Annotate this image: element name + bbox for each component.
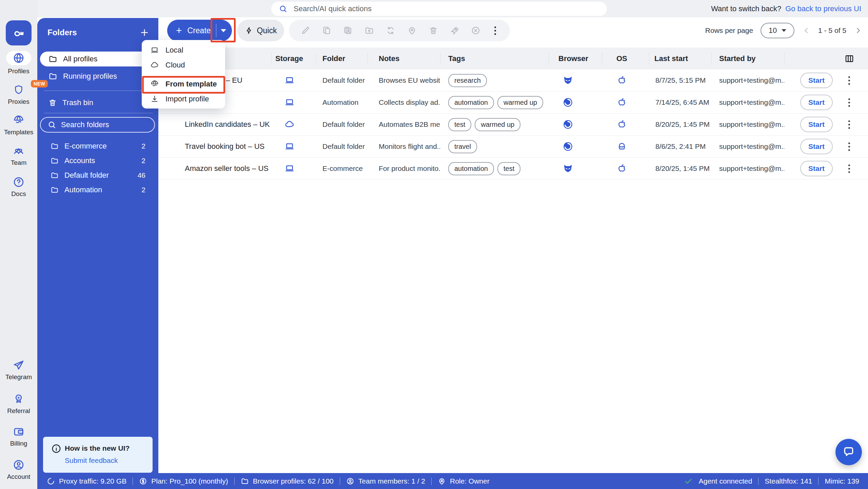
- folders-item-running-profiles[interactable]: Running profiles: [40, 69, 156, 84]
- rows-per-page-select[interactable]: 10: [761, 23, 794, 38]
- row-menu-icon[interactable]: [848, 98, 850, 107]
- column-settings-icon[interactable]: [844, 54, 854, 64]
- table-row[interactable]: Amazon seller tools – US E-commerce For …: [158, 158, 868, 180]
- global-search-input[interactable]: Search/AI quick actions: [271, 2, 607, 16]
- header-notes[interactable]: Notes: [368, 54, 440, 63]
- create-dropdown-caret[interactable]: [221, 29, 226, 32]
- sidebar-item-docs[interactable]: Docs: [0, 176, 37, 198]
- menu-item-local[interactable]: Local: [142, 43, 225, 58]
- add-folder-button[interactable]: [139, 27, 150, 38]
- start-profile-button[interactable]: Start: [800, 117, 833, 132]
- profile-notes: Browses EU websit...: [368, 76, 440, 84]
- folders-panel: Folders All profiles Running profiles Tr…: [37, 18, 158, 489]
- folder-row-ecommerce[interactable]: E-commerce 2: [40, 139, 156, 153]
- header-browser[interactable]: Browser: [549, 54, 602, 63]
- sidebar-label: Referral: [7, 407, 30, 415]
- submit-feedback-link[interactable]: Submit feedback: [65, 456, 118, 465]
- start-profile-button[interactable]: Start: [800, 73, 833, 88]
- start-profile-button[interactable]: Start: [800, 139, 833, 154]
- folder-count: 2: [141, 186, 145, 194]
- last-start-value: 8/20/25, 1:45 PM: [649, 164, 711, 173]
- table-row[interactable]: – EU Default folder Browses EU websit...…: [158, 70, 868, 92]
- feedback-card: How is the new UI? Submit feedback: [43, 437, 153, 473]
- header-tags[interactable]: Tags: [440, 54, 549, 63]
- profile-folder: Default folder: [316, 120, 368, 129]
- app-logo[interactable]: [6, 20, 32, 45]
- go-back-previous-ui-link[interactable]: Go back to previous UI: [785, 4, 861, 13]
- table-row[interactable]: Travel booking bot – US Default folder M…: [158, 136, 868, 158]
- folder-row-default-folder[interactable]: Default folder 46: [40, 168, 156, 182]
- start-profile-button[interactable]: Start: [800, 95, 833, 110]
- row-menu-icon[interactable]: [848, 142, 850, 151]
- delete-icon[interactable]: [429, 26, 438, 35]
- wallet-icon: [13, 426, 25, 437]
- duplicate-icon[interactable]: [322, 26, 332, 35]
- sidebar-item-proxies[interactable]: NEW Proxies: [0, 84, 37, 105]
- proxy-pin-icon[interactable]: [407, 26, 417, 35]
- create-button[interactable]: + Create: [167, 20, 232, 41]
- header-folder[interactable]: Folder: [316, 54, 368, 63]
- sidebar-item-templates[interactable]: Templates: [0, 115, 37, 136]
- search-folders-input[interactable]: Search folders: [40, 117, 155, 133]
- tag-pill: test: [448, 118, 471, 131]
- folders-item-trash-bin[interactable]: Trash bin: [40, 95, 156, 110]
- start-profile-button[interactable]: Start: [800, 161, 833, 176]
- folders-item-all-profiles[interactable]: All profiles: [40, 52, 156, 66]
- folder-icon: [48, 72, 58, 81]
- sidebar-item-billing[interactable]: Billing: [0, 426, 37, 447]
- header-started-by[interactable]: Started by: [711, 54, 784, 63]
- cloud-storage-icon: [284, 119, 316, 130]
- profile-folder: E-commerce: [316, 164, 368, 173]
- mimic-browser-icon: [562, 141, 602, 152]
- local-storage-icon: [284, 97, 316, 107]
- stealthfox-browser-icon: [562, 75, 602, 86]
- tag-pill: warmed up: [497, 96, 543, 109]
- template-globe-icon: [150, 80, 159, 89]
- status-bar: Proxy traffic: 9.20 GB Plan: Pro_100 (mo…: [37, 473, 868, 489]
- row-menu-icon[interactable]: [848, 164, 850, 173]
- android-icon: [617, 141, 649, 152]
- more-actions-icon[interactable]: [492, 26, 498, 35]
- close-circle-icon[interactable]: [471, 26, 480, 35]
- profile-folder: Automation: [316, 98, 368, 106]
- quick-launch-rocket-icon[interactable]: [450, 26, 459, 35]
- folder-row-automation[interactable]: Automation 2: [40, 182, 156, 197]
- menu-item-from-template[interactable]: From template: [142, 77, 225, 92]
- menu-item-cloud[interactable]: Cloud: [142, 58, 225, 73]
- profile-name[interactable]: LinkedIn candidates – UK: [158, 120, 271, 129]
- sidebar-item-telegram[interactable]: Telegram: [0, 359, 37, 381]
- clone-profile-icon[interactable]: [343, 26, 353, 35]
- move-to-folder-icon[interactable]: [364, 26, 374, 35]
- refresh-fingerprint-icon[interactable]: [386, 26, 395, 35]
- sidebar-item-profiles[interactable]: Profiles: [0, 51, 37, 75]
- quick-button[interactable]: Quick: [237, 20, 284, 41]
- row-menu-icon[interactable]: [848, 120, 850, 129]
- header-storage[interactable]: Storage: [271, 54, 316, 63]
- folder-row-accounts[interactable]: Accounts 2: [40, 153, 156, 168]
- rows-per-page-value: 10: [769, 26, 777, 35]
- live-chat-button[interactable]: [835, 439, 862, 465]
- header-last-start[interactable]: Last start: [649, 54, 711, 63]
- local-storage-icon: [284, 75, 316, 85]
- sidebar-item-referral[interactable]: Referral: [0, 393, 37, 415]
- header-os[interactable]: OS: [602, 54, 649, 63]
- profile-name[interactable]: Amazon seller tools – US: [158, 164, 271, 173]
- sidebar-label: Telegram: [5, 373, 32, 381]
- table-row[interactable]: LinkedIn candidates – UK Default folder …: [158, 114, 868, 136]
- sidebar-label: Profiles: [8, 67, 29, 75]
- shield-icon: [13, 84, 24, 96]
- profile-name[interactable]: Travel booking bot – US: [158, 142, 271, 151]
- edit-icon[interactable]: [301, 26, 310, 35]
- table-row[interactable]: Automation Collects display ad... automa…: [158, 92, 868, 114]
- tag-pill: test: [497, 162, 520, 175]
- row-menu-icon[interactable]: [848, 76, 850, 85]
- folder-count: 2: [141, 142, 145, 150]
- previous-page-button[interactable]: [802, 26, 811, 35]
- sidebar-item-account[interactable]: Account: [0, 459, 37, 481]
- quick-button-label: Quick: [257, 26, 277, 35]
- menu-item-import-profile[interactable]: Import profile: [142, 92, 225, 106]
- next-page-button[interactable]: [854, 26, 863, 35]
- sidebar-item-team[interactable]: Team: [0, 146, 37, 167]
- started-by-value: support+testing@m...: [711, 98, 784, 106]
- folder-icon: [50, 186, 59, 194]
